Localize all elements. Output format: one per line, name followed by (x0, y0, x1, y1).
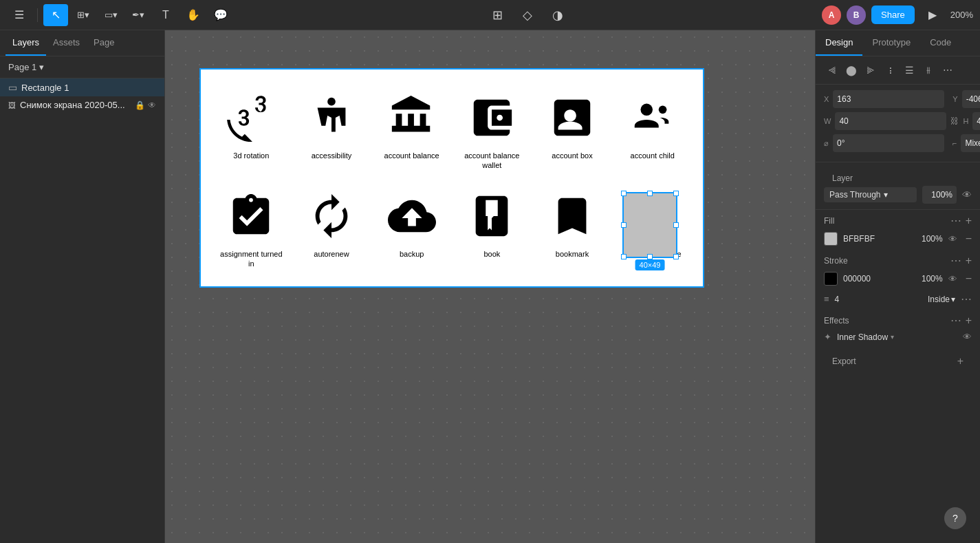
effects-add-button[interactable]: + (966, 315, 972, 326)
effect-label-0: Inner Shadow ▾ (837, 332, 957, 342)
svg-point-1 (640, 104, 653, 116)
align-top-button[interactable]: ⫶ (882, 62, 898, 78)
angle-input[interactable] (833, 134, 944, 152)
x-label: X (824, 95, 829, 103)
align-bottom-button[interactable]: ⫵ (920, 62, 937, 78)
rectangle-layer-label: Rectangle 1 (21, 83, 156, 93)
pen-tool-button[interactable]: ✒▾ (126, 4, 151, 26)
comment-tool-button[interactable]: 💬 (208, 4, 233, 26)
zoom-level: 200% (950, 10, 973, 20)
tab-prototype[interactable]: Prototype (862, 30, 920, 56)
fill-section-actions: ⋯ + (950, 215, 972, 226)
fill-add-button[interactable]: + (966, 215, 972, 226)
fill-remove-button[interactable]: − (966, 233, 972, 245)
play-button[interactable]: ▶ (920, 4, 945, 26)
menu-icon: ☰ (14, 8, 24, 21)
bookmark-label: bookmark (556, 249, 589, 259)
components-icon[interactable]: ⊞ (485, 4, 510, 26)
resize-handle-t[interactable] (647, 191, 653, 196)
stroke-remove-button[interactable]: − (966, 273, 972, 285)
stroke-more-button[interactable]: ⋯ (961, 292, 972, 306)
frame-tool-button[interactable]: ⊞▾ (71, 4, 96, 26)
resize-handle-r[interactable] (673, 222, 679, 228)
right-panel-tabs: Design Prototype Code (816, 30, 980, 56)
eye-icon[interactable]: 👁 (148, 100, 156, 110)
export-title: Export (832, 356, 856, 366)
export-add-button[interactable]: + (957, 356, 963, 367)
resize-handle-bl[interactable] (621, 254, 627, 259)
rectangle-tool-button[interactable]: ▭▾ (98, 4, 123, 26)
align-right-button[interactable]: ⫸ (862, 62, 879, 78)
tab-layers[interactable]: Layers (6, 30, 46, 56)
fill-color-swatch[interactable] (824, 232, 838, 246)
icon-cell-book: book (455, 182, 529, 273)
corner-icon: ⌐ (952, 139, 957, 147)
tab-design[interactable]: Design (816, 30, 862, 56)
position-section: X Y W ⛓ H ⊡ ⌀ ⌐ ⊡ (816, 85, 980, 162)
stroke-align-dropdown[interactable]: Inside ▾ (928, 295, 955, 304)
stroke-color-swatch[interactable] (824, 272, 838, 286)
stroke-add-button[interactable]: + (966, 255, 972, 266)
avatar-1[interactable]: A (822, 6, 841, 25)
x-input[interactable] (833, 90, 944, 108)
y-input[interactable] (962, 90, 980, 108)
resize-handle-tr[interactable] (673, 191, 679, 196)
help-button[interactable]: ? (944, 507, 966, 529)
theme-icon[interactable]: ◑ (545, 4, 570, 26)
tab-page[interactable]: Page (87, 30, 121, 56)
screenshot-layer-actions: 🔒 👁 (135, 100, 156, 110)
stroke-visibility-icon[interactable]: 👁 (948, 274, 957, 284)
resize-handle-l[interactable] (621, 222, 627, 228)
effects-section-header: Effects ⋯ + (816, 310, 980, 329)
icon-cell-bookmark: bookmark (536, 182, 609, 273)
text-tool-button[interactable]: T (153, 4, 178, 26)
left-panel: Layers Assets Page Page 1 ▾ ▭ Rectangle … (0, 30, 165, 543)
icon-cell-accessibility: accessibility (295, 83, 369, 175)
page-selector[interactable]: Page 1 ▾ (0, 56, 164, 78)
align-vertical-center-button[interactable]: ☰ (901, 62, 917, 78)
tab-code[interactable]: Code (920, 30, 961, 56)
selected-rectangle[interactable]: 40×49 (622, 192, 677, 258)
menu-button[interactable]: ☰ (7, 4, 32, 26)
stroke-row-0: 000000 100% 👁 − (816, 269, 980, 288)
h-input[interactable] (972, 112, 980, 130)
avatar-2[interactable]: B (847, 6, 866, 25)
resize-handle-b[interactable] (647, 254, 653, 259)
stroke-align-chevron: ▾ (951, 295, 955, 304)
stroke-section-actions: ⋯ + (950, 255, 972, 266)
book-label: book (483, 249, 500, 259)
fill-section-header: Fill ⋯ + (816, 210, 980, 229)
stroke-extra-row: ≡ 4 Inside ▾ ⋯ (816, 290, 980, 308)
align-left-button[interactable]: ⫷ (824, 62, 840, 78)
w-input[interactable] (835, 112, 946, 130)
layer-item-screenshot[interactable]: 🖼 Снимок экрана 2020-05... 🔒 👁 (0, 96, 164, 114)
blend-mode-dropdown[interactable]: Pass Through ▾ (824, 187, 917, 202)
assets-icon[interactable]: ◇ (515, 4, 540, 26)
page-label: Page 1 (8, 62, 36, 72)
screenshot-layer-label: Снимок экрана 2020-05... (20, 100, 131, 110)
layer-visible-icon[interactable]: 👁 (962, 189, 972, 200)
hand-tool-button[interactable]: ✋ (181, 4, 206, 26)
select-tool-button[interactable]: ↖ (43, 4, 68, 26)
assignment-turned-in-label: assignment turned in (219, 249, 284, 269)
align-horizontal-center-button[interactable]: ⬤ (843, 62, 860, 78)
corner-input[interactable] (961, 134, 980, 152)
xy-row: X Y (824, 90, 972, 108)
layer-section: Layer Pass Through ▾ 👁 (816, 162, 980, 210)
resize-handle-tl[interactable] (621, 191, 627, 196)
resize-handle-br[interactable] (673, 254, 679, 259)
stroke-settings-button[interactable]: ⋯ (950, 255, 961, 266)
canvas-area[interactable]: 3d rotation accessibility (165, 30, 815, 543)
fill-visibility-icon[interactable]: 👁 (948, 234, 957, 244)
layer-item-rectangle[interactable]: ▭ Rectangle 1 (0, 78, 164, 96)
effects-settings-button[interactable]: ⋯ (950, 315, 961, 326)
distribute-button[interactable]: ⋯ (939, 62, 956, 78)
account-balance-label: account balance (384, 151, 439, 160)
fill-settings-button[interactable]: ⋯ (950, 215, 961, 226)
effect-visibility-icon[interactable]: 👁 (963, 332, 972, 342)
constrain-proportions-button[interactable]: ⛓ (950, 116, 959, 126)
share-button[interactable]: Share (871, 6, 915, 24)
opacity-input[interactable] (922, 186, 957, 204)
angle-corner-row: ⌀ ⌐ ⊡ (824, 134, 972, 152)
tab-assets[interactable]: Assets (46, 30, 87, 56)
